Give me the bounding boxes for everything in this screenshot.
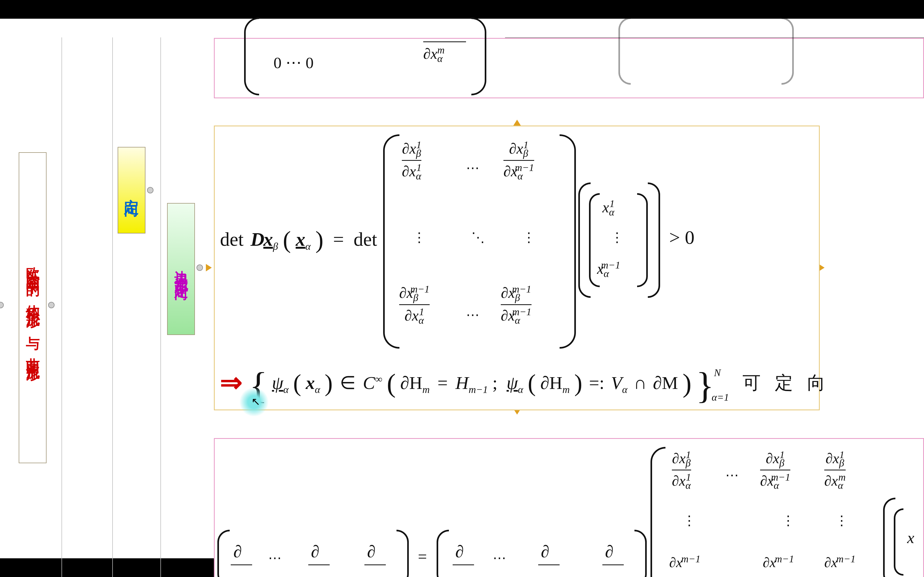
arrow-up-icon xyxy=(513,120,521,126)
fraction: ∂xαm xyxy=(423,41,466,64)
coloneq: =: xyxy=(589,372,604,393)
paren-right-icon xyxy=(648,182,660,298)
matrix-entry: ∂xβm−1 ∂xα1 xyxy=(399,284,430,326)
H: H xyxy=(456,372,469,393)
equals: = xyxy=(418,548,427,564)
dots-icon: ⋯ xyxy=(268,551,284,564)
vector-entry: xαm−1 xyxy=(597,260,620,279)
fraction-line xyxy=(538,564,560,565)
column-divider xyxy=(61,37,62,577)
sup-N: N xyxy=(714,367,721,378)
equals: = xyxy=(438,372,447,393)
text-det: det xyxy=(220,229,244,250)
sidebar-label-orientation: 定向 xyxy=(118,147,145,234)
dots-icon: ⋯ xyxy=(493,551,509,564)
letterbox-top xyxy=(0,0,924,19)
dH: ∂H xyxy=(540,372,562,393)
fraction-line xyxy=(452,564,474,565)
paren-left-icon xyxy=(244,18,259,95)
x: x xyxy=(907,530,914,546)
equation-box-main: det Dxβ ( xα ) = det ∂xβ1 ∂xα1 ⋯ xyxy=(214,126,820,410)
dots-icon: ⋯ xyxy=(466,161,482,174)
sub-alpha-1: α=1 xyxy=(712,392,729,403)
matrix-entry: ∂xβ1 ∂xα1 xyxy=(402,140,422,181)
ddots-icon: ⋱ xyxy=(472,230,488,244)
equation-box-lower: ∂xβ1 ∂xα1 ⋯ ∂xβ1 ∂xαm−1 ∂xβ1 ∂xαm xyxy=(214,438,924,577)
vdots-icon: ⋮ xyxy=(611,230,627,244)
semicolon: ; xyxy=(493,372,498,393)
vdots-icon: ⋮ xyxy=(782,514,798,527)
paren-left-icon xyxy=(436,530,449,577)
sub-alpha: α xyxy=(315,384,320,395)
dM: ∂M xyxy=(653,372,678,393)
vdots-icon: ⋮ xyxy=(412,230,428,244)
vector-entry: xα1 xyxy=(603,198,615,217)
dots-icon: ⋯ xyxy=(466,308,482,321)
text-xalpha: x xyxy=(296,229,305,250)
dH: ∂H xyxy=(400,372,422,393)
paren-left-icon xyxy=(894,508,903,575)
partial: ∂ xyxy=(541,543,549,560)
paren-right-icon xyxy=(560,134,576,348)
matrix-entry: ∂xm−1 xyxy=(824,554,856,569)
sub-alpha: α xyxy=(283,384,289,395)
sup-inf: ∞ xyxy=(375,374,382,385)
intersection: ∩ xyxy=(634,372,647,393)
paren-left-icon xyxy=(217,530,229,577)
column-divider xyxy=(160,37,161,577)
partial: ∂ xyxy=(605,543,614,560)
sub-m: m xyxy=(422,384,430,395)
paren-right-icon xyxy=(396,530,409,577)
gt-zero: > 0 xyxy=(669,228,695,247)
conclusion-set: { ψα ( xα ) ∈ C∞ ( ∂Hm = Hm−1 ; ψα ( ∂Hm… xyxy=(249,367,830,404)
vdots-icon: ⋮ xyxy=(835,514,851,527)
element-of: ∈ xyxy=(340,372,355,393)
psi: ψ xyxy=(272,372,283,393)
implies-arrow-icon: ⇒ xyxy=(220,367,242,398)
paren-right-icon xyxy=(472,18,486,95)
matrix-entry: ∂xβ1 ∂xαm−1 xyxy=(760,450,790,490)
partial: ∂ xyxy=(233,543,242,560)
text-det: det xyxy=(354,229,377,250)
slide-page: 微分流形的概念与意义 Part 01 分析基础-01 因果分解-01 概述隐映照… xyxy=(0,19,924,558)
partial: ∂ xyxy=(367,543,376,560)
equals: = xyxy=(333,229,344,250)
paren-left-icon xyxy=(619,18,631,85)
matrix-entry: ∂xβ1 ∂xα1 xyxy=(672,450,691,490)
column-divider xyxy=(112,37,113,577)
connector-dot xyxy=(0,302,4,308)
paren-right-icon xyxy=(635,530,647,577)
matrix-zeros: 0 ⋯ 0 xyxy=(273,54,313,72)
sub-m: m xyxy=(562,384,570,395)
fraction-line xyxy=(308,564,330,565)
fraction-line xyxy=(231,564,252,565)
matrix-entry: ∂xm−1 xyxy=(763,554,794,569)
dots-icon: ⋯ xyxy=(725,468,741,482)
sub-beta: β xyxy=(273,241,278,252)
paren-left-icon xyxy=(383,134,399,348)
text-D: D xyxy=(250,229,265,250)
matrix-entry: ∂xm−1 xyxy=(669,554,701,569)
paren-left-icon xyxy=(651,447,666,577)
arrow-right-icon xyxy=(206,264,212,271)
equation-box-top: 0 ⋯ 0 ∂xαm xyxy=(214,38,924,98)
sidebar-label-main: 欧氏空间中的 体积流形 与 曲面流形 xyxy=(19,152,47,463)
paren-right-icon xyxy=(637,193,648,287)
sub-m-1: m−1 xyxy=(469,384,488,395)
cursor-pointer-icon: ↖ xyxy=(251,395,260,408)
lhs: det Dxβ ( xα ) = det xyxy=(220,228,377,252)
sidebar-label-boundary: 边界流形定向 xyxy=(167,203,195,335)
vdots-icon: ⋮ xyxy=(522,230,538,244)
matrix-entry: ∂xβ1 ∂xαm−1 xyxy=(504,140,534,181)
sub-alpha: α xyxy=(518,384,523,395)
psi: ψ xyxy=(507,372,518,393)
matrix-entry: ∂xβm−1 ∂xαm−1 xyxy=(501,284,531,326)
partial: ∂ xyxy=(455,543,464,560)
matrix-row: 0 ⋯ 0 xyxy=(273,55,313,71)
x: x xyxy=(305,372,315,393)
sub-alpha: α xyxy=(305,241,311,252)
V: V xyxy=(611,372,622,393)
fraction-line xyxy=(364,564,386,565)
connector-dot xyxy=(197,264,203,271)
text-orientable: 可 定 向 xyxy=(743,372,830,393)
